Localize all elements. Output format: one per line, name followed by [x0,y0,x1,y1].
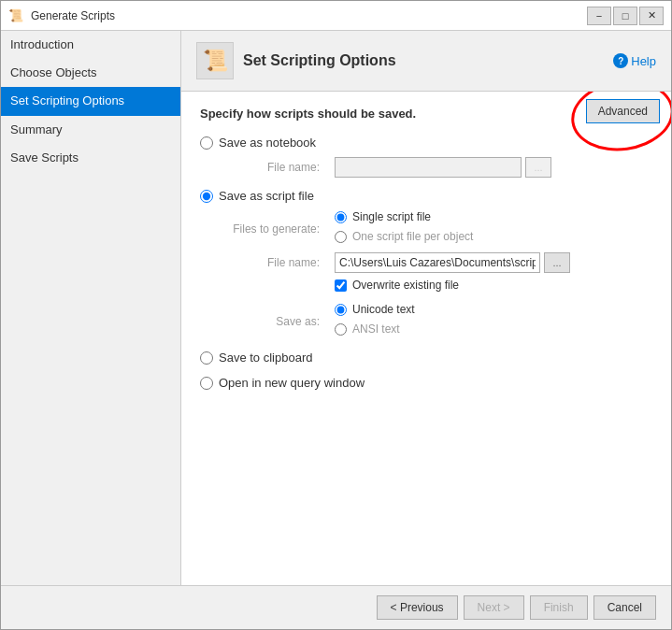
finish-button[interactable]: Finish [530,595,588,620]
sidebar-item-save-scripts[interactable]: Save Scripts [1,144,180,172]
save-to-clipboard-group: Save to clipboard [200,351,652,365]
advanced-button[interactable]: Advanced [586,99,660,123]
footer: < Previous Next > Finish Cancel [1,585,671,629]
overwrite-checkbox[interactable] [335,279,347,292]
one-script-label[interactable]: One script file per object [352,230,473,243]
title-bar-buttons: − □ ✕ [587,7,664,25]
single-script-label[interactable]: Single script file [352,210,431,223]
one-script-row: One script file per object [335,230,473,243]
files-to-generate-options: Single script file One script file per o… [335,210,473,247]
save-as-notebook-group: Save as notebook File name: ... [200,136,652,178]
maximize-button[interactable]: □ [613,7,637,25]
save-as-options: Unicode text ANSI text [335,303,415,339]
window-title: Generate Scripts [31,9,579,22]
unicode-label[interactable]: Unicode text [352,303,415,316]
save-to-clipboard-label[interactable]: Save to clipboard [219,351,312,365]
sidebar-item-choose-objects-label: Choose Objects [10,65,97,79]
notebook-filename-label: File name: [224,161,327,174]
overwrite-checkbox-row: Overwrite existing file [335,279,459,292]
save-as-field: Unicode text ANSI text [335,303,652,339]
sidebar: Introduction Choose Objects Set Scriptin… [1,31,181,585]
minimize-button[interactable]: − [587,7,611,25]
window-icon: 📜 [8,8,23,23]
help-icon: ? [613,53,628,68]
ansi-radio[interactable] [335,323,347,336]
previous-button[interactable]: < Previous [377,595,458,620]
header-title: Set Scripting Options [243,52,396,69]
ansi-row: ANSI text [335,322,415,336]
save-as-script-label[interactable]: Save as script file [219,189,314,203]
save-as-row: Save as: Unicode text ANSI te [224,303,652,339]
open-query-window-row: Open in new query window [200,376,652,390]
script-filename-input[interactable] [335,252,540,273]
ansi-label[interactable]: ANSI text [352,322,400,336]
save-as-notebook-label[interactable]: Save as notebook [219,136,316,150]
notebook-filename-field: ... [335,157,652,178]
save-to-clipboard-radio[interactable] [200,351,213,365]
sidebar-item-set-scripting-options-label: Set Scripting Options [10,93,124,107]
header-icon: 📜 [196,42,234,79]
save-as-script-group: Save as script file Files to generate: S… [200,189,652,339]
script-filename-label: File name: [224,256,327,269]
one-script-radio[interactable] [335,231,347,243]
content-area: Introduction Choose Objects Set Scriptin… [1,31,671,585]
notebook-filename-input[interactable] [335,157,522,178]
save-as-script-radio[interactable] [200,190,213,203]
overwrite-row: Overwrite existing file [224,279,652,297]
script-browse-button[interactable]: ... [544,252,570,273]
help-label: Help [631,54,656,68]
main-header-left: 📜 Set Scripting Options [196,42,396,79]
overwrite-label[interactable]: Overwrite existing file [352,279,459,292]
open-query-window-group: Open in new query window [200,376,652,390]
unicode-row: Unicode text [335,303,415,316]
files-to-generate-label: Files to generate: [224,222,327,236]
script-filename-row: File name: ... [224,252,652,273]
window: 📜 Generate Scripts − □ ✕ Introduction Ch… [0,0,672,630]
notebook-filename-row: File name: ... [224,157,652,178]
sidebar-item-summary[interactable]: Summary [1,116,180,144]
sidebar-item-summary-label: Summary [10,122,63,136]
help-link[interactable]: ? Help [613,53,656,68]
save-as-notebook-radio[interactable] [200,136,213,150]
notebook-browse-button[interactable]: ... [525,157,551,178]
next-button[interactable]: Next > [464,595,524,620]
notebook-sub-options: File name: ... [224,157,652,178]
overwrite-field: Overwrite existing file [335,279,652,297]
cancel-button[interactable]: Cancel [593,595,656,620]
save-as-script-row: Save as script file [200,189,652,203]
sidebar-item-set-scripting-options[interactable]: Set Scripting Options [1,87,180,115]
save-as-label: Save as: [224,315,327,328]
main-panel: 📜 Set Scripting Options ? Help Specify h… [181,31,671,585]
files-to-generate-row: Files to generate: Single script file [224,210,652,247]
open-query-window-radio[interactable] [200,377,213,390]
close-button[interactable]: ✕ [639,7,664,25]
main-header: 📜 Set Scripting Options ? Help [181,31,671,92]
sidebar-item-save-scripts-label: Save Scripts [10,150,79,165]
files-to-generate-field: Single script file One script file per o… [335,210,652,247]
advanced-btn-area: Advanced [586,99,660,123]
title-bar: 📜 Generate Scripts − □ ✕ [1,1,671,31]
open-query-window-label[interactable]: Open in new query window [219,376,365,390]
save-to-clipboard-row: Save to clipboard [200,351,652,365]
sidebar-item-introduction-label: Introduction [10,37,74,51]
script-sub-options: Files to generate: Single script file [224,210,652,339]
sidebar-item-choose-objects[interactable]: Choose Objects [1,59,180,87]
sidebar-item-introduction[interactable]: Introduction [1,31,180,59]
single-script-radio[interactable] [335,211,347,223]
instruction-text: Specify how scripts should be saved. [200,107,652,121]
script-filename-field: ... [335,252,652,273]
single-script-row: Single script file [335,210,473,223]
main-body: Specify how scripts should be saved. Adv… [181,92,671,585]
unicode-radio[interactable] [335,304,347,316]
save-as-notebook-row: Save as notebook [200,136,652,150]
